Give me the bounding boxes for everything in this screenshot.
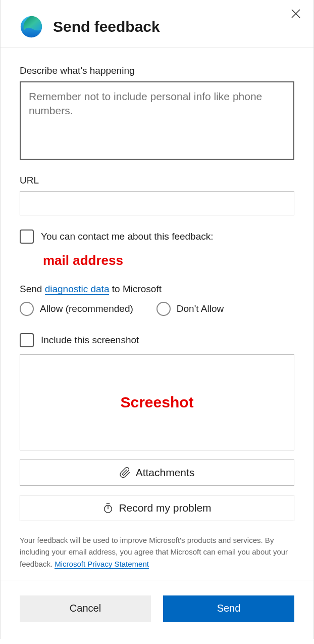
- url-label: URL: [20, 175, 294, 186]
- disclaimer-text: Your feedback will be used to improve Mi…: [20, 534, 294, 570]
- url-input[interactable]: [20, 191, 294, 215]
- dialog-header: Send feedback: [1, 0, 313, 48]
- record-label: Record my problem: [119, 502, 211, 514]
- screenshot-checkbox[interactable]: [20, 333, 34, 347]
- email-redacted-text: mail address: [43, 253, 294, 268]
- dialog-title: Send feedback: [53, 18, 160, 35]
- diagnostic-prefix: Send: [20, 284, 45, 294]
- diagnostic-data-link[interactable]: diagnostic data: [45, 284, 110, 295]
- dont-allow-label: Don't Allow: [177, 303, 224, 314]
- send-button[interactable]: Send: [163, 595, 294, 622]
- attachments-button[interactable]: Attachments: [20, 459, 294, 486]
- paperclip-icon: [120, 467, 131, 478]
- diagnostic-suffix: to Microsoft: [109, 284, 161, 294]
- cancel-button[interactable]: Cancel: [20, 595, 151, 622]
- screenshot-row: Include this screenshot: [20, 333, 294, 347]
- contact-row: You can contact me about this feedback:: [20, 229, 294, 244]
- dont-allow-option: Don't Allow: [156, 302, 224, 316]
- describe-label: Describe what's happening: [20, 65, 294, 76]
- dialog-content: Describe what's happening URL You can co…: [1, 48, 313, 580]
- describe-textarea[interactable]: [20, 81, 294, 160]
- screenshot-preview[interactable]: Screeshot: [20, 354, 294, 450]
- screenshot-placeholder-text: Screeshot: [120, 394, 193, 411]
- allow-label: Allow (recommended): [40, 303, 133, 314]
- feedback-dialog: Send feedback Describe what's happening …: [0, 0, 314, 639]
- record-button[interactable]: Record my problem: [20, 495, 294, 521]
- contact-label: You can contact me about this feedback:: [41, 231, 214, 242]
- dialog-footer: Cancel Send: [1, 580, 313, 639]
- contact-checkbox[interactable]: [20, 229, 34, 244]
- diagnostic-radios: Allow (recommended) Don't Allow: [20, 302, 294, 316]
- screenshot-label: Include this screenshot: [41, 335, 139, 346]
- attachments-label: Attachments: [136, 467, 195, 479]
- stopwatch-icon: [102, 502, 114, 514]
- allow-radio[interactable]: [20, 302, 34, 316]
- diagnostic-text: Send diagnostic data to Microsoft: [20, 284, 294, 295]
- edge-logo-icon: [20, 15, 43, 38]
- dont-allow-radio[interactable]: [156, 302, 171, 316]
- privacy-statement-link[interactable]: Microsoft Privacy Statement: [55, 560, 149, 569]
- allow-option: Allow (recommended): [20, 302, 133, 316]
